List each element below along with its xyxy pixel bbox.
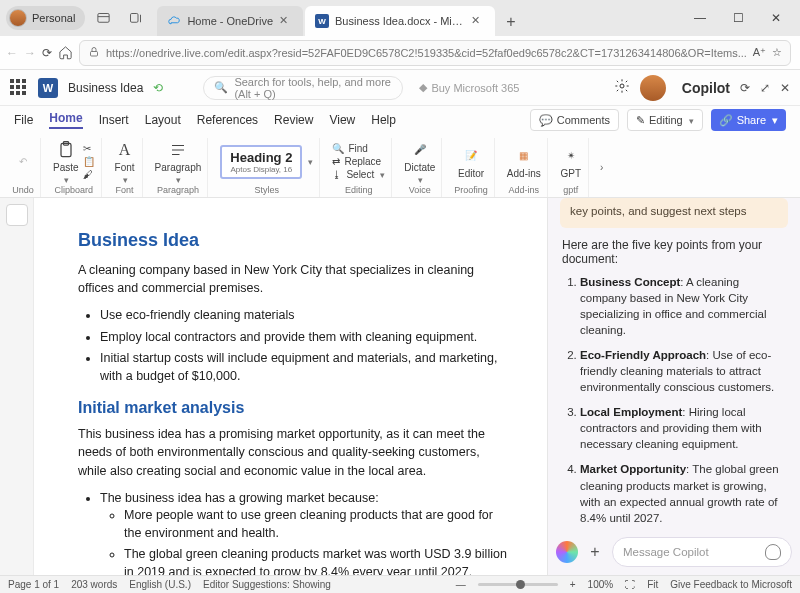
forward-button: → bbox=[24, 39, 36, 67]
pencil-icon: ✎ bbox=[636, 114, 645, 127]
address-bar-row: ← → ⟳ https://onedrive.live.com/edit.asp… bbox=[0, 36, 800, 70]
list-item: More people want to use green cleaning p… bbox=[124, 507, 507, 542]
tab-help[interactable]: Help bbox=[371, 113, 396, 127]
editor-button[interactable]: 📝Editor bbox=[458, 145, 484, 179]
gpt-button[interactable]: ✴GPT bbox=[560, 145, 582, 179]
list-item: The business idea has a growing market b… bbox=[100, 490, 507, 575]
cloud-icon bbox=[167, 14, 181, 28]
app-launcher-icon[interactable] bbox=[10, 79, 28, 97]
status-words[interactable]: 203 words bbox=[71, 579, 117, 590]
minimize-button[interactable]: — bbox=[682, 4, 718, 32]
paragraph-button[interactable]: Paragraph bbox=[155, 139, 202, 185]
comment-icon: 💬 bbox=[539, 114, 553, 127]
style-heading2[interactable]: Heading 2 Aptos Display, 16 bbox=[220, 145, 302, 179]
tab-view[interactable]: View bbox=[329, 113, 355, 127]
close-icon[interactable]: ✕ bbox=[279, 14, 293, 28]
tab-references[interactable]: References bbox=[197, 113, 258, 127]
mic-icon[interactable] bbox=[765, 544, 781, 560]
list-item: Initial startup costs will include equip… bbox=[100, 350, 507, 385]
copilot-input[interactable]: Message Copilot bbox=[612, 537, 792, 567]
fit-icon[interactable]: ⛶ bbox=[625, 579, 635, 590]
document-canvas[interactable]: Business Idea A cleaning company based i… bbox=[34, 198, 548, 575]
address-bar[interactable]: https://onedrive.live.com/edit.aspx?resi… bbox=[79, 40, 791, 66]
document-title[interactable]: Business Idea bbox=[68, 81, 143, 95]
workspaces-icon[interactable] bbox=[89, 4, 117, 32]
replace-icon: ⇄ bbox=[332, 156, 340, 167]
word-logo: W bbox=[38, 78, 58, 98]
paste-button[interactable]: Paste bbox=[53, 139, 79, 185]
select-button[interactable]: ⭳Select bbox=[332, 169, 385, 180]
find-button[interactable]: 🔍Find bbox=[332, 143, 385, 154]
zoom-out-button[interactable]: — bbox=[456, 579, 466, 590]
maximize-button[interactable]: ☐ bbox=[720, 4, 756, 32]
search-placeholder: Search for tools, help, and more (Alt + … bbox=[234, 76, 392, 100]
close-window-button[interactable]: ✕ bbox=[758, 4, 794, 32]
refresh-button[interactable]: ⟳ bbox=[42, 39, 52, 67]
list-item: Eco-Friendly Approach: Use of eco-friend… bbox=[580, 347, 786, 395]
copilot-input-row: + Message Copilot bbox=[548, 529, 800, 575]
list-item: Local Employment: Hiring local contracto… bbox=[580, 404, 786, 452]
zoom-slider[interactable] bbox=[478, 583, 558, 586]
browser-tab-onedrive[interactable]: Home - OneDrive ✕ bbox=[157, 6, 303, 36]
addins-button[interactable]: ▦Add-ins bbox=[507, 145, 541, 179]
share-button[interactable]: 🔗Share▾ bbox=[711, 109, 786, 131]
share-icon: 🔗 bbox=[719, 114, 733, 127]
pages-panel-icon[interactable] bbox=[6, 204, 28, 226]
tab-layout[interactable]: Layout bbox=[145, 113, 181, 127]
copilot-context-note: key points, and suggest next steps bbox=[560, 198, 788, 228]
font-button[interactable]: AFont bbox=[114, 139, 136, 185]
feedback-link[interactable]: Give Feedback to Microsoft bbox=[670, 579, 792, 590]
add-attachment-icon[interactable]: + bbox=[586, 543, 604, 561]
saved-icon: ⟲ bbox=[153, 81, 163, 95]
close-panel-icon[interactable]: ✕ bbox=[780, 81, 790, 95]
status-editor[interactable]: Editor Suggestions: Showing bbox=[203, 579, 331, 590]
undo-button[interactable]: ↶ bbox=[12, 151, 34, 173]
editing-mode-button[interactable]: ✎Editing bbox=[627, 109, 703, 131]
reader-icon[interactable]: A⁺ bbox=[753, 46, 766, 59]
settings-icon[interactable] bbox=[614, 78, 630, 97]
expand-panel-icon[interactable]: ⤢ bbox=[760, 81, 770, 95]
tab-review[interactable]: Review bbox=[274, 113, 313, 127]
zoom-value[interactable]: 100% bbox=[588, 579, 614, 590]
diamond-icon: ◆ bbox=[419, 81, 427, 94]
zoom-in-button[interactable]: + bbox=[570, 579, 576, 590]
doc-paragraph: This business idea has a promising marke… bbox=[78, 425, 507, 479]
clipboard-extra[interactable]: ✂📋🖌 bbox=[83, 143, 95, 180]
doc-list: The business idea has a growing market b… bbox=[100, 490, 507, 575]
home-button[interactable] bbox=[58, 39, 73, 67]
buy-m365-link[interactable]: ◆ Buy Microsoft 365 bbox=[419, 81, 519, 94]
tab-label: Home - OneDrive bbox=[187, 15, 273, 27]
collections-icon[interactable] bbox=[121, 4, 149, 32]
replace-button[interactable]: ⇄Replace bbox=[332, 156, 385, 167]
doc-heading-2: Initial market analysis bbox=[78, 399, 507, 417]
copilot-spark-icon[interactable] bbox=[556, 541, 578, 563]
copilot-key-points: Business Concept: A cleaning company bas… bbox=[580, 274, 786, 529]
profile-switcher[interactable]: Personal bbox=[6, 6, 85, 30]
favorite-icon[interactable]: ☆ bbox=[772, 46, 782, 59]
tab-file[interactable]: File bbox=[14, 113, 33, 127]
browser-tab-word[interactable]: W Business Idea.docx - Microsoft W ✕ bbox=[305, 6, 495, 36]
close-icon[interactable]: ✕ bbox=[471, 14, 485, 28]
list-item: Use eco-friendly cleaning materials bbox=[100, 307, 507, 325]
user-avatar[interactable] bbox=[640, 75, 666, 101]
svg-rect-2 bbox=[91, 51, 98, 56]
status-page[interactable]: Page 1 of 1 bbox=[8, 579, 59, 590]
window-titlebar: Personal Home - OneDrive ✕ W Business Id… bbox=[0, 0, 800, 36]
back-button[interactable]: ← bbox=[6, 39, 18, 67]
left-rail bbox=[0, 198, 34, 575]
status-language[interactable]: English (U.S.) bbox=[129, 579, 191, 590]
ribbon-scroll-right[interactable]: › bbox=[595, 138, 609, 197]
new-tab-button[interactable]: + bbox=[497, 8, 525, 36]
fit-label[interactable]: Fit bbox=[647, 579, 658, 590]
styles-more[interactable] bbox=[306, 156, 313, 167]
tab-home[interactable]: Home bbox=[49, 111, 82, 129]
tab-insert[interactable]: Insert bbox=[99, 113, 129, 127]
svg-rect-0 bbox=[98, 13, 109, 22]
refresh-panel-icon[interactable]: ⟳ bbox=[740, 81, 750, 95]
list-item: Market Opportunity: The global green cle… bbox=[580, 461, 786, 525]
ribbon: ↶ Undo Paste ✂📋🖌 Clipboard AFont Font Pa… bbox=[0, 134, 800, 198]
menu-tabs: File Home Insert Layout References Revie… bbox=[0, 106, 800, 134]
search-input[interactable]: 🔍 Search for tools, help, and more (Alt … bbox=[203, 76, 403, 100]
comments-button[interactable]: 💬Comments bbox=[530, 109, 619, 131]
dictate-button[interactable]: 🎤Dictate bbox=[404, 139, 435, 185]
